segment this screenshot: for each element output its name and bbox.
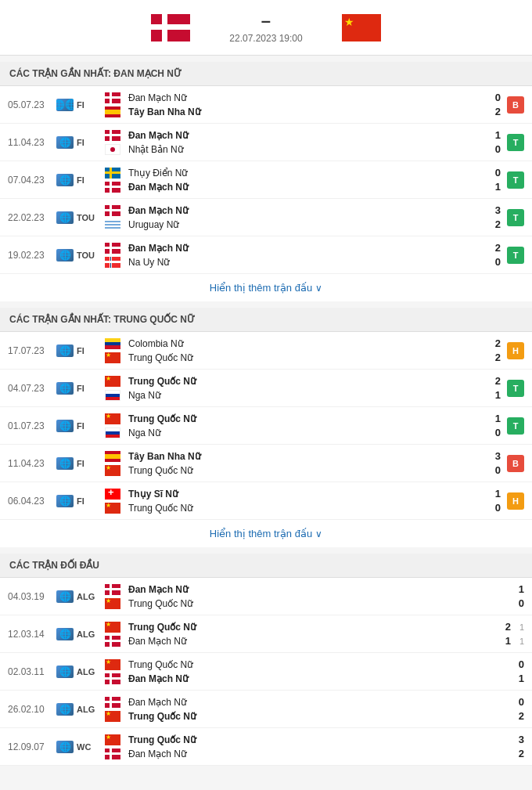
section1-title: Các trận gần nhất: Đan Mạch Nữ	[0, 62, 532, 86]
team-name: Trung Quốc Nữ	[128, 622, 491, 633]
match-type-2: FI	[77, 138, 105, 147]
match-type-h5: WC	[77, 742, 105, 752]
spain-flag-small	[105, 451, 120, 462]
team-row: Trung Quốc Nữ 0	[105, 501, 501, 514]
denmark-flag-small	[105, 205, 120, 216]
match-date: 22.07.2023 19:00	[229, 33, 302, 44]
match-date-h4: 26.02.10	[8, 704, 56, 715]
team-row: Trung Quốc Nữ 2	[105, 709, 524, 723]
team-score: 1	[485, 181, 501, 193]
team-score: 1	[509, 673, 524, 684]
match-type-4: TOU	[77, 213, 105, 222]
team-score: 3	[485, 204, 501, 216]
match-teams-6: Colombia Nữ 2 Trung Quốc Nữ 2	[105, 337, 501, 364]
team-score: 0	[485, 256, 501, 268]
show-more-2[interactable]: Hiển thị thêm trận đấu ∨	[0, 520, 532, 547]
world-icon-8: 🌐	[56, 420, 74, 432]
team-name: Đan Mạch Nữ	[128, 697, 505, 708]
match-date-h2: 12.03.14	[8, 629, 56, 640]
team-name: Đan Mạch Nữ	[128, 182, 481, 193]
team-score: 0	[485, 464, 501, 476]
match-row: 01.07.23 🌐 FI Trung Quốc Nữ 1 Nga Nữ 0 T	[0, 407, 532, 445]
match-row: 26.02.10 🌐 ALG Đan Mạch Nữ 0 Trung Quốc …	[0, 691, 532, 728]
team-score: 0	[485, 167, 501, 179]
match-type-9: FI	[77, 459, 105, 468]
team-row: Trung Quốc Nữ 2	[105, 374, 501, 388]
team-row: Đan Mạch Nữ 1	[105, 583, 524, 596]
team-score: 1	[485, 413, 501, 424]
china-flag-small	[105, 465, 120, 476]
section3-title: Các trận đối đầu	[0, 554, 532, 578]
team-name: Nga Nữ	[128, 427, 481, 438]
team-name: Trung Quốc Nữ	[128, 376, 481, 387]
match-teams-h1: Đan Mạch Nữ 1 Trung Quốc Nữ 0	[105, 583, 524, 610]
team-row: Nga Nữ 1	[105, 388, 501, 402]
match-row: 05.07.23 🌐 FI Đan Mạch Nữ 0 Tây Ban Nha …	[0, 86, 532, 124]
china-flag-small	[105, 413, 120, 424]
badge-10: H	[507, 492, 524, 510]
team-score: 1	[495, 635, 511, 647]
team-row: Đan Mạch Nữ 0	[105, 91, 501, 104]
match-row: 11.04.23 🌐 FI Tây Ban Nha Nữ 3 Trung Quố…	[0, 445, 532, 482]
match-teams-5: Đan Mạch Nữ 2 Na Uy Nữ 0	[105, 241, 501, 269]
team-row: Thụy Sĩ Nữ 1	[105, 487, 501, 500]
team-name: Na Uy Nữ	[128, 257, 481, 268]
world-icon-4: 🌐	[56, 211, 74, 224]
team-row: Nga Nữ 0	[105, 426, 501, 439]
badge-3: T	[507, 171, 524, 189]
team-name: Nhật Bản Nữ	[128, 144, 481, 155]
away-flag	[342, 14, 381, 41]
team-name: Uruguay Nữ	[128, 219, 481, 230]
team-row: Tây Ban Nha Nữ 3	[105, 449, 501, 463]
match-type-h1: ALG	[77, 592, 105, 601]
world-icon-h2: 🌐	[56, 628, 74, 640]
badge-6: H	[507, 342, 524, 359]
china-flag-small	[105, 352, 120, 363]
match-type-h2: ALG	[77, 629, 105, 639]
team-row: Tây Ban Nha Nữ 2	[105, 105, 501, 118]
denmark-flag-small	[105, 749, 120, 759]
team-name: Trung Quốc Nữ	[128, 503, 481, 514]
match-type-h3: ALG	[77, 667, 105, 676]
world-icon-9: 🌐	[56, 457, 74, 470]
denmark-flag-small	[105, 243, 120, 254]
match-date-3: 07.04.23	[8, 175, 56, 186]
team-name: Tây Ban Nha Nữ	[128, 451, 481, 462]
denmark-flag-small	[105, 182, 120, 193]
match-teams-8: Trung Quốc Nữ 1 Nga Nữ 0	[105, 412, 501, 439]
chevron-down-icon: ∨	[315, 528, 322, 539]
denmark-flag-small	[105, 673, 120, 684]
match-date-2: 11.04.23	[8, 137, 56, 148]
china-flag-small	[105, 622, 120, 633]
match-row: 04.03.19 🌐 ALG Đan Mạch Nữ 1 Trung Quốc …	[0, 578, 532, 615]
team-name: Trung Quốc Nữ	[128, 465, 481, 476]
match-teams-2: Đan Mạch Nữ 1 Nhật Bản Nữ 0	[105, 128, 501, 156]
team-score: 1	[485, 389, 501, 401]
china-flag-small	[105, 734, 120, 745]
world-icon-2: 🌐	[56, 136, 74, 149]
team-score: 3	[485, 450, 501, 462]
header-center: – 22.07.2023 19:00	[229, 11, 302, 44]
switzerland-flag-small	[105, 489, 120, 500]
team-row: Na Uy Nữ 0	[105, 255, 501, 269]
match-row: 19.02.23 🌐 TOU Đan Mạch Nữ 2 Na Uy Nữ 0 …	[0, 236, 532, 274]
match-teams-10: Thụy Sĩ Nữ 1 Trung Quốc Nữ 0	[105, 487, 501, 514]
show-more-1[interactable]: Hiển thị thêm trận đấu ∨	[0, 274, 532, 301]
team-score: 2	[485, 352, 501, 363]
team-score: 2	[485, 337, 501, 349]
team-score: 2	[485, 375, 501, 387]
match-type-h4: ALG	[77, 705, 105, 714]
team-score: 3	[509, 734, 524, 745]
match-date-8: 01.07.23	[8, 420, 56, 431]
team-name: Trung Quốc Nữ	[128, 413, 481, 424]
team-row: Trung Quốc Nữ 0	[105, 658, 524, 671]
match-date-7: 04.07.23	[8, 383, 56, 394]
match-type-5: TOU	[77, 251, 105, 260]
russia-flag-small	[105, 390, 120, 401]
match-date-10: 06.04.23	[8, 496, 56, 507]
denmark-flag-small	[105, 584, 120, 595]
match-row: 06.04.23 🌐 FI Thụy Sĩ Nữ 1 Trung Quốc Nữ…	[0, 482, 532, 520]
team-score: 2	[509, 748, 524, 759]
denmark-flag-small	[105, 92, 120, 103]
match-date-h3: 02.03.11	[8, 666, 56, 677]
